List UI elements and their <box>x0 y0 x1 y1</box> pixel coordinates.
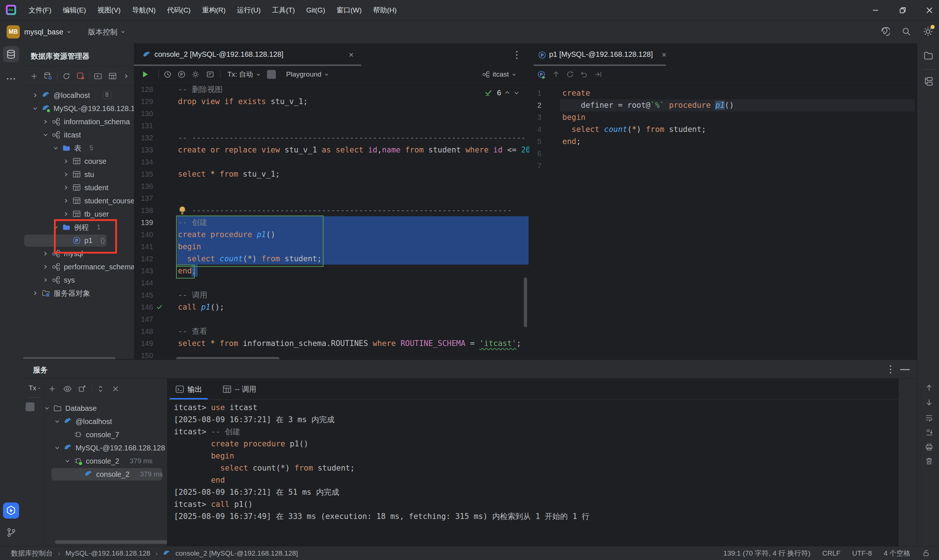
editor-splitter[interactable] <box>529 43 534 359</box>
menu-item[interactable]: 代码(C) <box>164 4 193 17</box>
close-button[interactable] <box>924 5 935 15</box>
files-tool-window-button[interactable] <box>922 50 934 62</box>
chevron-right-icon[interactable] <box>43 277 48 283</box>
horizontal-scrollbar[interactable] <box>55 540 171 544</box>
console-output[interactable]: itcast> use itcast[2025-08-09 16:37:21] … <box>174 400 893 543</box>
in-editor-results-icon[interactable] <box>205 70 215 79</box>
chevron-right-icon[interactable] <box>63 172 69 177</box>
intention-bulb-icon[interactable] <box>178 206 187 215</box>
chevron-down-icon[interactable] <box>32 106 38 111</box>
tree-item-course[interactable]: course <box>22 155 134 168</box>
chevron-right-icon[interactable] <box>63 211 69 217</box>
close-icon[interactable] <box>347 51 355 58</box>
service-item-console_2[interactable]: console_2379 ms <box>44 468 169 481</box>
chevron-down-icon[interactable] <box>43 132 48 138</box>
run-button[interactable] <box>140 70 150 79</box>
menu-item[interactable]: 文件(F) <box>26 4 54 17</box>
scroll-down-icon[interactable] <box>925 398 933 406</box>
scroll-to-end-icon[interactable] <box>925 428 933 437</box>
tree-item-tb_user[interactable]: tb_user <box>22 208 134 221</box>
refresh-icon[interactable] <box>62 72 71 80</box>
menu-item[interactable]: 窗口(W) <box>333 4 365 17</box>
menu-item[interactable]: 运行(U) <box>234 4 264 17</box>
menu-item[interactable]: 工具(T) <box>269 4 298 17</box>
chevron-right-icon[interactable] <box>43 264 48 270</box>
restore-button[interactable] <box>897 5 908 15</box>
navigate-icon[interactable] <box>593 70 603 79</box>
service-item-console_7[interactable]: console_7 <box>44 428 169 441</box>
breadcrumb-item[interactable]: MySQL-@192.168.128.128 <box>65 549 150 557</box>
add-data-source-icon[interactable] <box>30 72 38 80</box>
indent-widget[interactable]: 4 个空格 <box>883 549 910 558</box>
chevron-right-icon[interactable] <box>32 290 38 296</box>
tree-item-performance_schema[interactable]: performance_schema <box>22 260 134 274</box>
project-icon[interactable]: MB <box>6 25 20 38</box>
tree-item-MySQL-@192.168.128.128[interactable]: MySQL-@192.168.128.128 <box>22 102 134 115</box>
tab-输出[interactable]: 输出 <box>175 383 202 395</box>
service-item-console_2[interactable]: console_2379 ms <box>44 454 169 468</box>
tree-item-student_course[interactable]: student_course <box>22 194 134 208</box>
undo-icon[interactable] <box>579 70 589 79</box>
tab-options-kebab-icon[interactable] <box>514 50 520 60</box>
structure-tool-window-button[interactable] <box>922 75 934 87</box>
chevron-down-icon[interactable] <box>54 445 60 451</box>
tree-item-表[interactable]: 表5 <box>22 142 134 155</box>
search-icon[interactable] <box>900 26 912 37</box>
tab--- 调用[interactable]: -- 调用 <box>223 383 256 395</box>
encoding-widget[interactable]: UTF-8 <box>852 549 872 557</box>
service-item-@localhost[interactable]: @localhost <box>44 415 169 428</box>
tree-item-服务器对象[interactable]: 服务器对象 <box>22 286 134 300</box>
expand-collapse-icon[interactable] <box>97 385 105 393</box>
procedure-icon[interactable]: P <box>177 70 187 79</box>
editor-p1[interactable]: 1create2 definer = root@`%` procedure p1… <box>534 83 917 359</box>
menu-item[interactable]: 重构(R) <box>199 4 228 17</box>
vertical-scrollbar[interactable] <box>524 277 527 327</box>
soft-wrap-icon[interactable] <box>925 414 933 422</box>
tree-item-sys[interactable]: sys <box>22 274 134 286</box>
services-tx-selector[interactable]: Tx <box>29 384 41 392</box>
executed-check-icon[interactable] <box>156 303 163 311</box>
disconnect-icon[interactable] <box>76 72 85 81</box>
tree-item-student[interactable]: student <box>22 181 134 194</box>
history-clock-icon[interactable] <box>163 70 173 79</box>
new-table-icon[interactable] <box>109 72 117 80</box>
view-options-icon[interactable] <box>63 385 72 393</box>
run-procedure-button[interactable]: P <box>537 70 547 80</box>
tree-item-stu[interactable]: stu <box>22 168 134 181</box>
tree-item-@localhost[interactable]: @localhost8 <box>22 89 134 102</box>
inspection-widget[interactable]: 6 <box>484 88 520 97</box>
data-source-properties-icon[interactable] <box>44 72 52 81</box>
clear-output-icon[interactable] <box>925 457 933 465</box>
line-ending-widget[interactable]: CRLF <box>822 549 841 557</box>
database-tool-window-button[interactable] <box>3 46 19 62</box>
panel-options-kebab-icon[interactable] <box>888 364 894 375</box>
caret-position-widget[interactable]: 139:1 (70 字符, 4 行 换行符) <box>723 549 811 558</box>
refresh-icon[interactable] <box>565 70 575 79</box>
commit-arrow-up-icon[interactable] <box>551 70 561 79</box>
ai-assistant-icon[interactable] <box>879 26 891 37</box>
tab-console-2[interactable]: console_2 [MySQL-@192.168.128.128] <box>154 50 284 58</box>
more-actions-icon[interactable] <box>123 73 129 79</box>
tree-item-information_schema[interactable]: information_schema <box>22 115 134 128</box>
hide-panel-button[interactable] <box>900 369 910 370</box>
chevron-right-icon[interactable] <box>63 158 69 164</box>
chevron-down-icon[interactable] <box>44 405 50 411</box>
service-item-MySQL-@192.168.128.128[interactable]: MySQL-@192.168.128.128 <box>44 441 169 454</box>
git-tool-window-button[interactable] <box>5 526 18 539</box>
chevron-right-icon[interactable] <box>63 185 69 191</box>
menu-item[interactable]: Git(G) <box>303 5 328 16</box>
schema-selector[interactable]: itcast <box>483 70 517 79</box>
menu-item[interactable]: 编辑(E) <box>60 4 89 17</box>
chevron-right-icon[interactable] <box>43 251 48 257</box>
breadcrumb-item[interactable]: console_2 [MySQL-@192.168.128.128] <box>175 549 298 557</box>
chevron-down-icon[interactable] <box>65 458 71 464</box>
unlock-icon[interactable] <box>922 549 930 557</box>
chevron-down-icon[interactable] <box>53 145 59 151</box>
project-selector[interactable]: mysql_base <box>24 27 71 37</box>
chevron-right-icon[interactable] <box>43 119 48 125</box>
chevron-down-icon[interactable] <box>54 418 60 425</box>
jump-to-console-icon[interactable] <box>94 72 102 80</box>
editor-console-2[interactable]: 128-- 删除视图129drop view if exists stu_v_1… <box>134 83 529 359</box>
service-item-Database[interactable]: Database <box>44 402 169 415</box>
open-in-new-tab-icon[interactable] <box>78 385 86 393</box>
